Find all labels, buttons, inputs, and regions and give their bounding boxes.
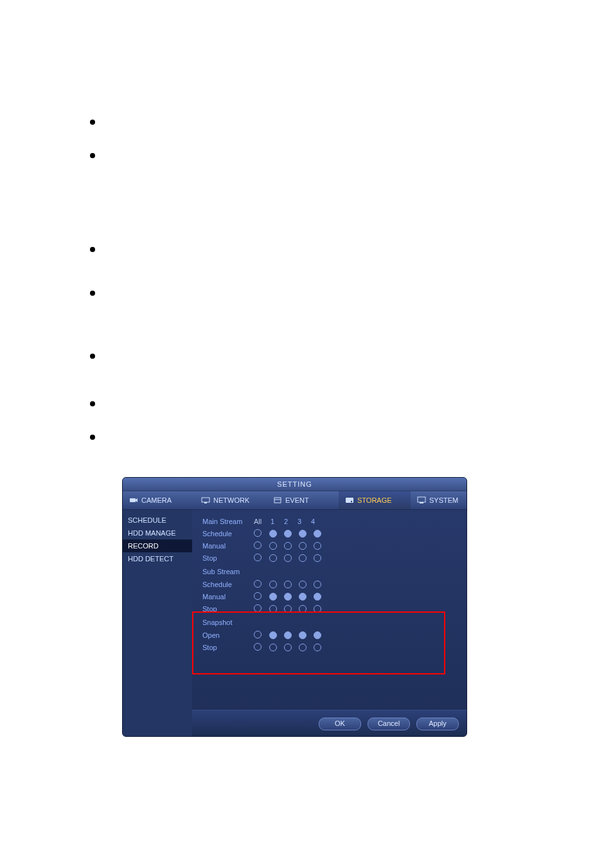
network-icon (201, 496, 210, 504)
radio-ch4[interactable] (314, 554, 321, 562)
tab-label: STORAGE (357, 496, 392, 504)
radio-ch4[interactable] (314, 530, 321, 538)
row-label: Stop (202, 554, 247, 562)
window-title: SETTING (123, 478, 466, 491)
sidebar-item-hdd-manage[interactable]: HDD MANAGE (123, 527, 192, 539)
bullet (90, 247, 95, 252)
radio-ch1[interactable] (269, 554, 277, 562)
radio-ch3[interactable] (299, 593, 306, 601)
apply-button[interactable]: Apply (416, 718, 459, 730)
radio-ch2[interactable] (284, 554, 292, 562)
ch-header: 1 (269, 518, 276, 525)
radio-all[interactable] (254, 541, 262, 549)
cancel-button[interactable]: Cancel (368, 718, 410, 730)
ch-header: 2 (283, 518, 289, 525)
row-main-manual: Manual (202, 539, 460, 552)
svg-rect-0 (130, 498, 136, 502)
radio-all[interactable] (254, 529, 262, 537)
svg-rect-9 (420, 502, 423, 503)
radio-ch3[interactable] (299, 542, 306, 550)
event-icon (273, 496, 282, 504)
row-main-stop: Stop (202, 552, 460, 564)
radio-ch3[interactable] (299, 530, 306, 538)
radio-ch1[interactable] (269, 593, 277, 601)
setting-window: SETTING CAMERA NETWORK EVENT STORAGE SYS… (122, 477, 467, 737)
bullet (90, 435, 95, 440)
sidebar: SCHEDULE HDD MANAGE RECORD HDD DETECT (123, 510, 192, 737)
main-stream-header-row: Main Stream All 1 2 3 4 (202, 515, 460, 527)
bullet (90, 354, 95, 359)
tab-storage[interactable]: STORAGE (339, 491, 411, 509)
svg-rect-4 (274, 498, 281, 503)
tab-network[interactable]: NETWORK (195, 491, 267, 509)
all-header: All (254, 518, 263, 525)
svg-point-7 (351, 501, 352, 502)
svg-rect-2 (202, 498, 209, 502)
radio-ch4[interactable] (314, 542, 321, 550)
channel-headers: 1 2 3 4 (269, 518, 316, 525)
tab-label: SYSTEM (429, 496, 458, 504)
radio-ch1[interactable] (269, 581, 277, 588)
radio-all[interactable] (254, 604, 262, 612)
camera-icon (129, 496, 138, 504)
radio-ch2[interactable] (284, 530, 292, 538)
svg-marker-1 (136, 498, 138, 502)
storage-icon (345, 496, 354, 504)
radio-ch1[interactable] (269, 530, 277, 538)
tab-event[interactable]: EVENT (267, 491, 339, 509)
row-sub-schedule: Schedule (202, 578, 460, 590)
sidebar-item-hdd-detect[interactable]: HDD DETECT (123, 552, 192, 565)
sidebar-item-record[interactable]: RECORD (123, 539, 192, 552)
radio-ch3[interactable] (299, 554, 306, 562)
radio-all[interactable] (254, 580, 262, 588)
row-label: Schedule (202, 581, 247, 588)
tab-label: EVENT (285, 496, 309, 504)
main-stream-label: Main Stream (202, 518, 247, 525)
row-main-schedule: Schedule (202, 527, 460, 539)
radio-all[interactable] (254, 554, 262, 561)
bullet (90, 291, 95, 296)
svg-rect-3 (204, 502, 207, 503)
radio-ch2[interactable] (284, 581, 292, 588)
radio-ch4[interactable] (314, 581, 321, 588)
radio-ch2[interactable] (284, 542, 292, 550)
row-label: Manual (202, 593, 247, 601)
sidebar-item-schedule[interactable]: SCHEDULE (123, 514, 192, 527)
footer: OK Cancel Apply (192, 710, 466, 737)
row-label: Manual (202, 542, 247, 550)
tab-bar: CAMERA NETWORK EVENT STORAGE SYSTEM (123, 491, 466, 510)
radio-ch4[interactable] (314, 593, 321, 601)
svg-rect-8 (418, 497, 425, 502)
row-sub-manual: Manual (202, 590, 460, 602)
ok-button[interactable]: OK (319, 718, 361, 730)
bullet (90, 153, 95, 158)
tab-camera[interactable]: CAMERA (123, 491, 195, 509)
sub-stream-label: Sub Stream (202, 568, 460, 575)
tab-label: NETWORK (213, 496, 249, 504)
bullet (90, 401, 95, 406)
ch-header: 4 (310, 518, 316, 525)
bullet (90, 120, 95, 125)
radio-ch3[interactable] (299, 581, 306, 588)
tab-label: CAMERA (141, 496, 172, 504)
page-bullet-list (90, 120, 95, 468)
radio-ch2[interactable] (284, 593, 292, 601)
system-icon (417, 496, 426, 504)
radio-ch1[interactable] (269, 542, 277, 550)
tab-system[interactable]: SYSTEM (411, 491, 467, 509)
row-label: Schedule (202, 530, 247, 538)
ch-header: 3 (296, 518, 303, 525)
svg-rect-6 (346, 498, 353, 503)
snapshot-highlight (192, 611, 445, 674)
content-panel: Main Stream All 1 2 3 4 Schedule (192, 510, 466, 737)
radio-all[interactable] (254, 592, 262, 600)
